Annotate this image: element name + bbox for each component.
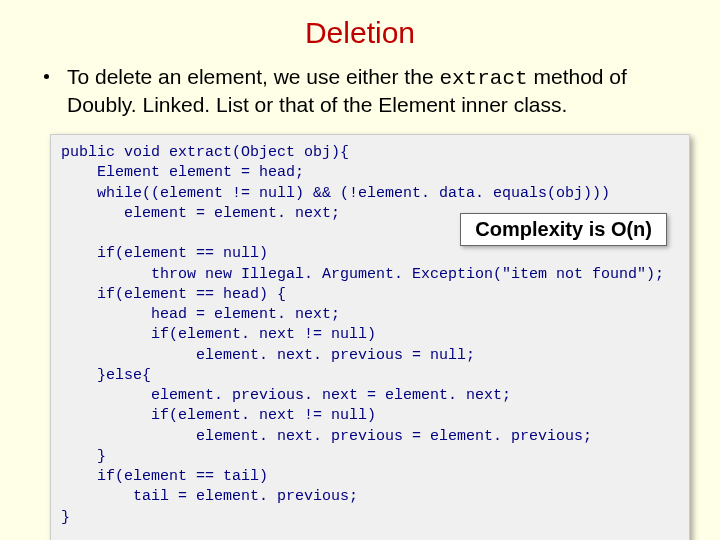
slide-title: Deletion [20,16,700,50]
code-content: public void extract(Object obj){ Element… [61,143,679,528]
bullet-mono: extract [439,67,527,90]
slide: Deletion To delete an element, we use ei… [0,0,720,540]
code-box: public void extract(Object obj){ Element… [50,134,690,540]
bullet-pre: To delete an element, we use either the [67,65,439,88]
complexity-callout: Complexity is O(n) [460,213,667,246]
bullet-dot-icon [44,74,49,79]
bullet-text: To delete an element, we use either the … [67,64,700,119]
bullet-item: To delete an element, we use either the … [44,64,700,119]
